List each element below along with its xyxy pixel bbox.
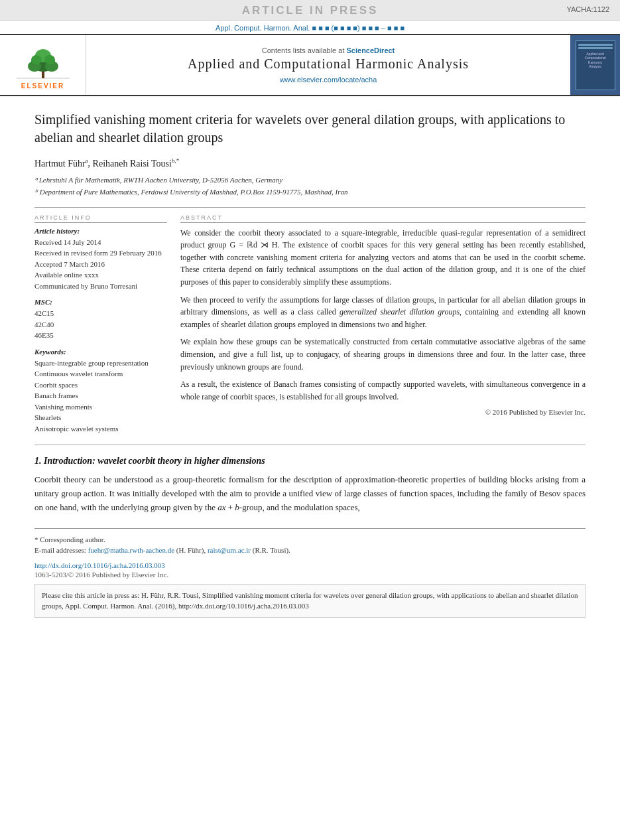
author-b-name: Reihaneh Raisi Tousi — [93, 159, 172, 169]
elsevier-logo-area: ELSEVIER — [0, 35, 86, 95]
kw4: Banach frames — [34, 390, 167, 401]
author-a-name: Hartmut Führ — [34, 159, 86, 169]
accepted-text: Accepted 7 March 2016 — [34, 259, 167, 270]
msc-label: MSC: — [34, 298, 167, 306]
journal-url[interactable]: www.elsevier.com/locate/acha — [280, 76, 377, 84]
copyright-line: 1063-5203/© 2016 Published by Elsevier I… — [34, 571, 586, 579]
affiliations: ᵃ Lehrstuhl A für Mathematik, RWTH Aache… — [34, 175, 586, 198]
sciencedirect-line: Contents lists available at ScienceDirec… — [262, 46, 395, 54]
available-text: Available online xxxx — [34, 269, 167, 281]
abstract-col: ABSTRACT We consider the coorbit theory … — [180, 214, 586, 435]
keywords-label: Keywords: — [34, 348, 167, 356]
journal-header: ELSEVIER Contents lists available at Sci… — [0, 34, 620, 96]
b-term: b — [235, 502, 239, 512]
abstract-copyright: © 2016 Published by Elsevier Inc. — [180, 408, 586, 416]
journal-thumb-inner: Applied andComputationalHarmonicAnalysis — [576, 40, 615, 90]
kw6: Shearlets — [34, 412, 167, 423]
two-col-section: ARTICLE INFO Article history: Received 1… — [34, 207, 586, 435]
thumb-line-2 — [578, 47, 613, 49]
section1-body: Coorbit theory can be understood as a gr… — [34, 473, 586, 514]
affil-a: ᵃ Lehrstuhl A für Mathematik, RWTH Aache… — [34, 175, 586, 186]
cite-box-text: Please cite this article in press as: H.… — [42, 591, 578, 610]
email-label: E-mail addresses: — [34, 546, 86, 554]
aip-banner-text: ARTICLE IN PRESS — [242, 4, 379, 17]
svg-point-6 — [31, 55, 42, 64]
elsevier-tree-icon — [13, 44, 73, 80]
history-label: Article history: — [34, 227, 167, 235]
msc2: 42C40 — [34, 319, 167, 330]
author-a-sup: a — [86, 157, 88, 164]
section-divider — [34, 445, 586, 445]
elsevier-label: ELSEVIER — [21, 82, 64, 90]
authors-line: Hartmut Führa, Reihaneh Raisi Tousib,* — [34, 157, 586, 169]
footnote-section: * Corresponding author. E-mail addresses… — [34, 528, 586, 559]
corresponding-author: * Corresponding author. — [34, 534, 586, 545]
email2-link[interactable]: raist@um.ac.ir — [208, 546, 251, 554]
kw2: Continuous wavelet transform — [34, 368, 167, 380]
revised-text: Received in revised form 29 February 201… — [34, 247, 167, 259]
author-b-sup: b,* — [172, 157, 179, 164]
journal-reference-line: Appl. Comput. Harmon. Anal. ■ ■ ■ (■ ■ ■… — [0, 21, 620, 34]
email-line: E-mail addresses: fuehr@matha.rwth-aache… — [34, 545, 586, 556]
svg-point-7 — [44, 55, 55, 64]
abstract-p4: As a result, the existence of Banach fra… — [180, 378, 586, 403]
received-text: Received 14 July 2014 — [34, 237, 167, 248]
journal-center: Contents lists available at ScienceDirec… — [86, 35, 570, 95]
communicated-text: Communicated by Bruno Torresani — [34, 281, 167, 292]
thumb-line-1 — [578, 44, 613, 46]
article-content: Simplified vanishing moment criteria for… — [0, 96, 620, 528]
doi-link[interactable]: http://dx.doi.org/10.1016/j.acha.2016.03… — [34, 561, 165, 569]
kw1: Square-integrable group representation — [34, 358, 167, 369]
msc1: 42C15 — [34, 308, 167, 319]
aip-banner: ARTICLE IN PRESS YACHA:1122 — [0, 0, 620, 21]
abstract-p3: We explain how these groups can be syste… — [180, 336, 586, 373]
article-info-label: ARTICLE INFO — [34, 214, 167, 223]
journal-title-header: Applied and Computational Harmonic Analy… — [188, 56, 469, 72]
contents-available-text: Contents lists available at — [262, 46, 345, 54]
thumb-title-text: Applied andComputationalHarmonicAnalysis — [584, 52, 605, 69]
kw3: Coorbit spaces — [34, 380, 167, 391]
abstract-p1: We consider the coorbit theory associate… — [180, 227, 586, 289]
article-info-col: ARTICLE INFO Article history: Received 1… — [34, 214, 167, 435]
journal-ref-text: Appl. Comput. Harmon. Anal. ■ ■ ■ (■ ■ ■… — [216, 24, 404, 32]
section1-heading: 1. Introduction: wavelet coorbit theory … — [34, 456, 586, 466]
journal-thumbnail: Applied andComputationalHarmonicAnalysis — [570, 35, 620, 95]
doi-line: http://dx.doi.org/10.1016/j.acha.2016.03… — [34, 561, 586, 569]
ax-plus-b-group: ax — [217, 502, 225, 512]
msc3: 46E35 — [34, 330, 167, 341]
sciencedirect-link[interactable]: ScienceDirect — [347, 46, 395, 54]
email1-link[interactable]: fuehr@matha.rwth-aachen.de — [88, 546, 174, 554]
article-title: Simplified vanishing moment criteria for… — [34, 111, 586, 147]
abstract-label: ABSTRACT — [180, 214, 586, 223]
abstract-p2: We then proceed to verify the assumption… — [180, 294, 586, 331]
and-text: and — [267, 502, 279, 512]
italic-phrase: generalized shearlet dilation groups — [340, 307, 460, 316]
email1-person: (H. Führ), — [176, 546, 206, 554]
cite-box: Please cite this article in press as: H.… — [34, 584, 586, 618]
aip-id: YACHA:1122 — [566, 5, 609, 13]
kw5: Vanishing moments — [34, 401, 167, 413]
page: ARTICLE IN PRESS YACHA:1122 Appl. Comput… — [0, 0, 620, 840]
affil-b: ᵇ Department of Pure Mathematics, Ferdow… — [34, 186, 586, 198]
email2-person: (R.R. Tousi). — [253, 546, 290, 554]
kw7: Anisotropic wavelet systems — [34, 423, 167, 435]
